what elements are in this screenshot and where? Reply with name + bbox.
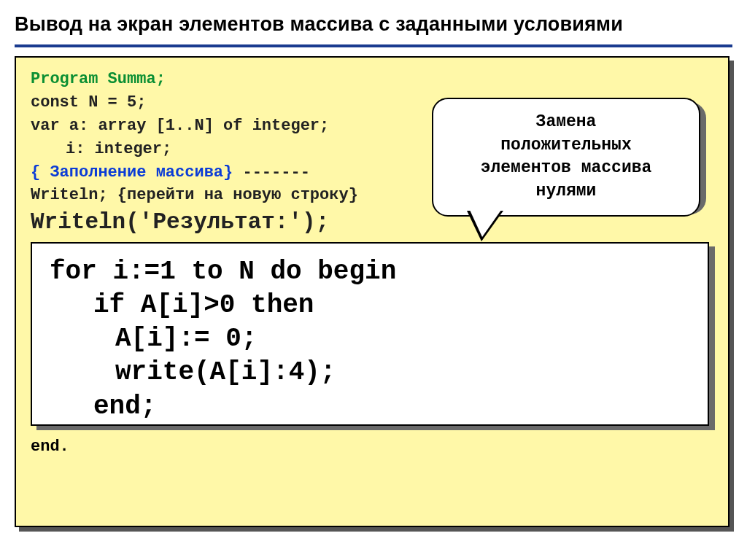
slide-title: Вывод на экран элементов массива с задан… [15, 13, 732, 36]
comment-fill-array: { Заполнение массива} [31, 163, 233, 182]
inner-line-2: if A[i]>0 then [50, 289, 690, 322]
code-line-1: Program Summa; [31, 68, 713, 91]
inner-line-5: end; [50, 390, 690, 424]
inner-line-1: for i:=1 to N do begin [50, 255, 690, 289]
inner-line-4: write(A[i]:4); [50, 356, 690, 389]
callout-line-3: элементов массива [445, 157, 687, 180]
callout-line-4: нулями [445, 180, 687, 203]
code-end: end. [31, 438, 713, 456]
callout-line-2: положительных [445, 134, 687, 158]
inner-code-box: for i:=1 to N do begin if A[i]>0 then A[… [31, 242, 709, 426]
callout-bubble: Замена положительных элементов массива н… [432, 98, 709, 217]
code-panel: Program Summa; const N = 5; var a: array… [15, 56, 729, 527]
callout-line-1: Замена [445, 111, 687, 134]
dashes: ------- [233, 163, 310, 182]
title-underline [15, 44, 732, 47]
inner-line-3: A[i]:= 0; [50, 322, 690, 356]
